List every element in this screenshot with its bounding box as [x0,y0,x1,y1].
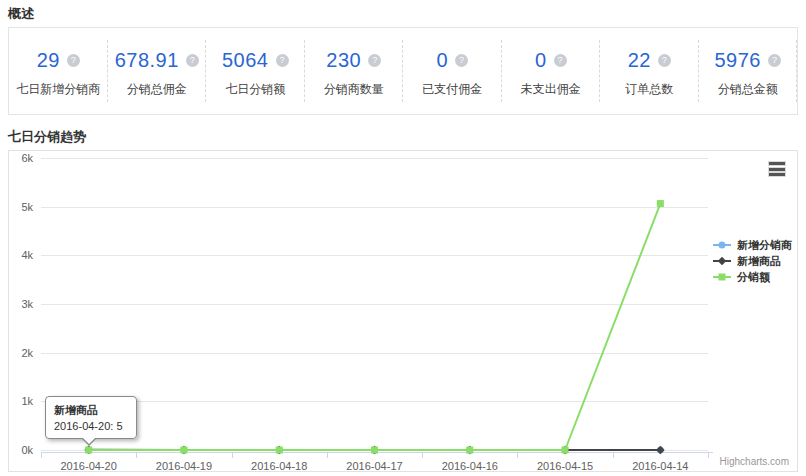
stat-card-total-amount: 5976 ? 分销总金额 [699,28,798,114]
help-icon[interactable]: ? [768,54,781,67]
tooltip-series-name: 新增商品 [54,403,127,418]
stat-label: 分销商数量 [305,81,404,98]
svg-text:2k: 2k [21,347,33,359]
svg-text:2016-04-15: 2016-04-15 [537,460,593,471]
stat-card-distributor-count: 230 ? 分销商数量 [305,28,404,114]
stat-value: 29 [37,49,60,72]
legend-marker-icon [713,272,733,282]
highcharts-credits-link[interactable]: Highcharts.com [720,456,789,467]
stat-card-paid-commission: 0 ? 已支付佣金 [403,28,502,114]
tooltip-value: 2016-04-20: 5 [54,420,127,432]
stat-card-unpaid-commission: 0 ? 未支出佣金 [502,28,601,114]
help-icon[interactable]: ? [186,54,199,67]
help-icon[interactable]: ? [276,54,289,67]
svg-text:6k: 6k [21,152,33,164]
svg-text:3k: 3k [21,298,33,310]
stat-label: 七日分销额 [206,81,305,98]
help-icon[interactable]: ? [658,54,671,67]
stat-label: 七日新增分销商 [9,81,108,98]
help-icon[interactable]: ? [368,54,381,67]
legend-item-new-products[interactable]: 新增商品 [713,253,792,269]
trend-chart-panel: 0k1k2k3k4k5k6k2016-04-202016-04-192016-0… [8,150,798,472]
stat-card-total-orders: 22 ? 订单总数 [600,28,699,114]
svg-text:2016-04-16: 2016-04-16 [442,460,498,471]
legend-item-new-distributors[interactable]: 新增分销商 [713,237,792,253]
svg-text:5k: 5k [21,201,33,213]
chart-tooltip: 新增商品 2016-04-20: 5 [45,396,137,439]
help-icon[interactable]: ? [554,54,567,67]
legend-label: 新增分销商 [737,238,792,253]
legend-marker-icon [713,240,733,250]
stat-label: 已支付佣金 [403,81,502,98]
svg-text:2016-04-14: 2016-04-14 [632,460,688,471]
svg-text:2016-04-20: 2016-04-20 [61,460,117,471]
stat-value: 0 [436,49,448,72]
stat-card-total-commission: 678.91 ? 分销总佣金 [108,28,207,114]
overview-title: 概述 [8,5,34,23]
stat-label: 订单总数 [600,81,699,98]
legend-marker-icon [713,256,733,266]
stat-card-new-distributors-7d: 29 ? 七日新增分销商 [9,28,108,114]
legend-label: 新增商品 [737,254,781,269]
chart-context-menu-icon[interactable] [769,162,785,176]
svg-text:0k: 0k [21,444,33,456]
help-icon[interactable]: ? [455,54,468,67]
stat-value: 5976 [715,49,762,72]
help-icon[interactable]: ? [67,54,80,67]
stats-panel: 29 ? 七日新增分销商 678.91 ? 分销总佣金 5064 ? 七日分销额… [8,27,798,115]
chart-legend: 新增分销商 新增商品 分销额 [713,237,792,285]
legend-item-sales-amount[interactable]: 分销额 [713,269,792,285]
svg-text:2016-04-18: 2016-04-18 [251,460,307,471]
stat-value: 5064 [222,49,269,72]
svg-text:2016-04-19: 2016-04-19 [156,460,212,471]
svg-text:2016-04-17: 2016-04-17 [346,460,402,471]
svg-text:1k: 1k [21,395,33,407]
stat-value: 230 [326,49,361,72]
legend-label: 分销额 [737,270,770,285]
stat-label: 未支出佣金 [502,81,601,98]
stat-card-sales-7d: 5064 ? 七日分销额 [206,28,305,114]
stat-value: 22 [628,49,651,72]
stat-value: 678.91 [115,49,179,72]
svg-text:4k: 4k [21,249,33,261]
stat-value: 0 [535,49,547,72]
trend-chart-title: 七日分销趋势 [8,128,86,146]
stat-label: 分销总金额 [699,81,798,98]
stat-label: 分销总佣金 [108,81,207,98]
